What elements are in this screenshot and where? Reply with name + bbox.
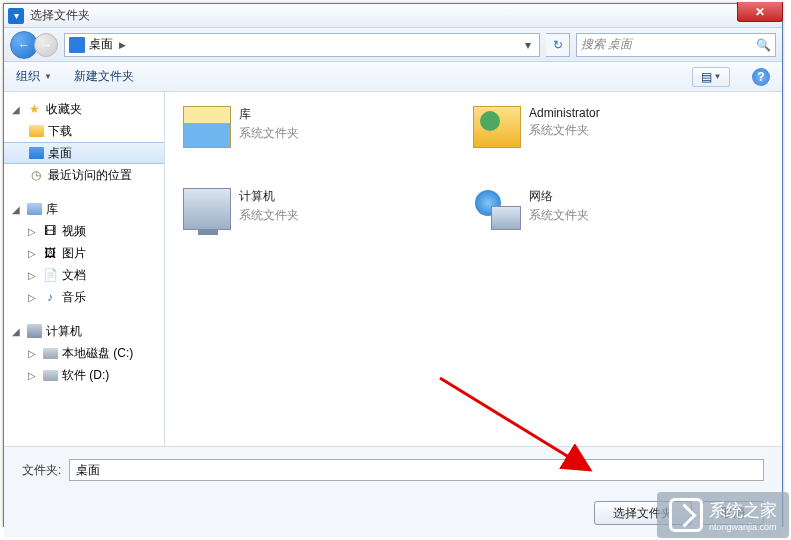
- help-button[interactable]: ?: [752, 68, 770, 86]
- refresh-button[interactable]: ↻: [546, 33, 570, 57]
- computer-icon: [27, 324, 42, 338]
- tree-group-libraries: ◢ 库 ▷ 🎞 视频 ▷ 🖼 图片 ▷ 📄 文档: [4, 198, 164, 308]
- library-icon: [27, 203, 42, 215]
- library-icon: [183, 106, 231, 148]
- watermark-logo-icon: [669, 498, 703, 532]
- view-icon: ▤: [701, 70, 712, 84]
- item-name: Administrator: [529, 106, 600, 120]
- document-icon: 📄: [42, 267, 58, 283]
- chevron-down-icon: ▼: [44, 72, 52, 81]
- downloads-icon: [29, 125, 44, 137]
- chevron-down-icon: ▼: [714, 72, 722, 81]
- toolbar: 组织 ▼ 新建文件夹 ▤ ▼ ?: [4, 62, 782, 92]
- sidebar-item-music[interactable]: ▷ ♪ 音乐: [4, 286, 164, 308]
- window-title: 选择文件夹: [30, 7, 90, 24]
- picture-icon: 🖼: [42, 245, 58, 261]
- sidebar-item-downloads[interactable]: 下载: [4, 120, 164, 142]
- expander-icon[interactable]: ◢: [12, 204, 22, 215]
- star-icon: ★: [26, 101, 42, 117]
- desktop-icon: [69, 37, 85, 53]
- item-administrator[interactable]: Administrator 系统文件夹: [473, 106, 723, 148]
- drive-icon: [43, 370, 58, 381]
- expander-icon[interactable]: ▷: [28, 270, 38, 281]
- sidebar-item-drive-c[interactable]: ▷ 本地磁盘 (C:): [4, 342, 164, 364]
- address-text: 桌面: [89, 36, 113, 53]
- help-icon: ?: [757, 70, 764, 84]
- expander-icon[interactable]: ◢: [12, 326, 22, 337]
- item-libraries[interactable]: 库 系统文件夹: [183, 106, 433, 148]
- tree-head-computer[interactable]: ◢ 计算机: [4, 320, 164, 342]
- sidebar-item-videos[interactable]: ▷ 🎞 视频: [4, 220, 164, 242]
- search-input[interactable]: 搜索 桌面 🔍: [576, 33, 776, 57]
- refresh-icon: ↻: [553, 38, 563, 52]
- expander-icon[interactable]: ▷: [28, 226, 38, 237]
- tree-head-favorites[interactable]: ◢ ★ 收藏夹: [4, 98, 164, 120]
- item-name: 网络: [529, 188, 589, 205]
- watermark: 系统之家 ntongwanjia.com: [657, 492, 789, 538]
- item-name: 计算机: [239, 188, 299, 205]
- tree-head-libraries[interactable]: ◢ 库: [4, 198, 164, 220]
- video-icon: 🎞: [42, 223, 58, 239]
- recent-icon: ◷: [28, 167, 44, 183]
- arrow-right-icon: →: [40, 38, 52, 52]
- expander-icon[interactable]: ▷: [28, 248, 38, 259]
- body: ◢ ★ 收藏夹 下载 桌面 ◷ 最近访问的位置: [4, 92, 782, 446]
- watermark-text: 系统之家: [709, 499, 777, 522]
- item-sub: 系统文件夹: [239, 207, 299, 224]
- tree-group-favorites: ◢ ★ 收藏夹 下载 桌面 ◷ 最近访问的位置: [4, 98, 164, 186]
- title-bar: ▾ 选择文件夹 ✕: [4, 4, 782, 28]
- organize-menu[interactable]: 组织 ▼: [16, 68, 52, 85]
- expander-icon[interactable]: ▷: [28, 348, 38, 359]
- sidebar-item-recent[interactable]: ◷ 最近访问的位置: [4, 164, 164, 186]
- sidebar-item-drive-d[interactable]: ▷ 软件 (D:): [4, 364, 164, 386]
- nav-bar: ← → 桌面 ▶ ▾ ↻ 搜索 桌面 🔍: [4, 28, 782, 62]
- folder-input[interactable]: [69, 459, 764, 481]
- expander-icon[interactable]: ▷: [28, 292, 38, 303]
- expander-icon[interactable]: ◢: [12, 104, 22, 115]
- folder-label: 文件夹:: [22, 462, 61, 479]
- computer-icon: [183, 188, 231, 230]
- sidebar-item-documents[interactable]: ▷ 📄 文档: [4, 264, 164, 286]
- item-computer[interactable]: 计算机 系统文件夹: [183, 188, 433, 230]
- drive-icon: [43, 348, 58, 359]
- search-placeholder: 搜索 桌面: [581, 36, 632, 53]
- item-sub: 系统文件夹: [529, 122, 600, 139]
- desktop-icon: [29, 147, 44, 159]
- sidebar-item-desktop[interactable]: 桌面: [4, 142, 164, 164]
- view-options-button[interactable]: ▤ ▼: [692, 67, 730, 87]
- item-sub: 系统文件夹: [529, 207, 589, 224]
- dialog-window: ▾ 选择文件夹 ✕ ← → 桌面 ▶ ▾ ↻ 搜索 桌面 🔍 组织 ▼ 新建文件…: [3, 3, 783, 527]
- arrow-left-icon: ←: [18, 38, 30, 52]
- item-sub: 系统文件夹: [239, 125, 299, 142]
- item-name: 库: [239, 106, 299, 123]
- watermark-site: ntongwanjia.com: [709, 522, 777, 532]
- tree-group-computer: ◢ 计算机 ▷ 本地磁盘 (C:) ▷ 软件 (D:): [4, 320, 164, 386]
- nav-buttons: ← →: [10, 31, 58, 59]
- app-icon: ▾: [8, 8, 24, 24]
- address-bar[interactable]: 桌面 ▶ ▾: [64, 33, 540, 57]
- address-dropdown[interactable]: ▾: [521, 38, 535, 52]
- expander-icon[interactable]: ▷: [28, 370, 38, 381]
- search-icon: 🔍: [756, 38, 771, 52]
- content-pane[interactable]: 库 系统文件夹 Administrator 系统文件夹 计算机 系统文件夹: [165, 92, 782, 446]
- new-folder-button[interactable]: 新建文件夹: [74, 68, 134, 85]
- forward-button[interactable]: →: [34, 33, 58, 57]
- sidebar-item-pictures[interactable]: ▷ 🖼 图片: [4, 242, 164, 264]
- item-network[interactable]: 网络 系统文件夹: [473, 188, 723, 230]
- network-icon: [473, 188, 521, 230]
- user-folder-icon: [473, 106, 521, 148]
- close-icon: ✕: [755, 5, 765, 19]
- sidebar: ◢ ★ 收藏夹 下载 桌面 ◷ 最近访问的位置: [4, 92, 165, 446]
- breadcrumb-chevron-icon[interactable]: ▶: [119, 40, 126, 50]
- music-icon: ♪: [42, 289, 58, 305]
- close-button[interactable]: ✕: [737, 2, 783, 22]
